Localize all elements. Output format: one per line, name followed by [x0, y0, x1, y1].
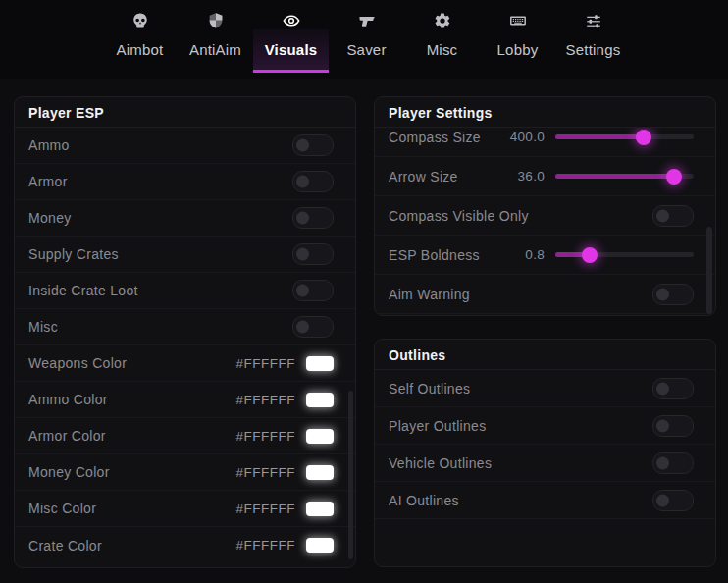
skull-icon — [131, 12, 149, 29]
row-supply-crates: Supply Crates — [15, 237, 355, 273]
toggle-switch[interactable] — [652, 378, 694, 399]
slider-knob[interactable] — [666, 169, 682, 185]
slider-track[interactable] — [555, 252, 694, 257]
slider-fill — [555, 134, 644, 139]
slider-control: 400.0 — [497, 130, 694, 144]
toggle-switch[interactable] — [652, 490, 694, 511]
toggle-knob — [296, 248, 309, 261]
row-label: ESP Boldness — [389, 247, 480, 263]
slider-value: 0.8 — [497, 247, 545, 262]
tab-label: Settings — [566, 41, 621, 58]
toggle-switch[interactable] — [292, 243, 334, 265]
slider-track[interactable] — [555, 134, 694, 139]
sliders-icon — [585, 12, 602, 29]
outlines-panel-title: Outlines — [375, 340, 715, 370]
toggle-switch[interactable] — [292, 207, 334, 229]
row-label: Money — [28, 210, 72, 226]
row-compass-visible-only: Compass Visible Only — [375, 196, 715, 236]
tab-settings[interactable]: Settings — [555, 0, 631, 73]
top-nav-bar: AimbotAntiAimVisualsSaverMiscLobbySettin… — [0, 0, 728, 79]
row-label: Arrow Size — [389, 169, 458, 185]
tab-label: AntiAim — [189, 41, 241, 58]
row-money-color: Money Color#FFFFFF — [15, 454, 355, 491]
player-esp-panel: Player ESP AmmoArmorMoneySupply CratesIn… — [14, 96, 356, 568]
row-self-outlines: Self Outlines — [375, 370, 715, 407]
slider-knob[interactable] — [582, 247, 598, 263]
row-misc-color: Misc Color#FFFFFF — [15, 491, 355, 527]
row-weapons-color: Weapons Color#FFFFFF — [15, 345, 355, 382]
color-swatch[interactable] — [306, 429, 334, 444]
row-ammo-color: Ammo Color#FFFFFF — [15, 382, 355, 418]
toggle-switch[interactable] — [292, 316, 334, 338]
toggle-knob — [296, 176, 309, 188]
slider-control: 36.0 — [497, 169, 694, 184]
color-control: #FFFFFF — [236, 393, 335, 407]
player-settings-panel: Player Settings Compass Size400.0Arrow S… — [374, 96, 716, 316]
toggle-switch[interactable] — [652, 415, 694, 437]
row-ammo: Ammo — [15, 128, 355, 164]
color-control: #FFFFFF — [236, 502, 335, 516]
row-label: Weapons Color — [28, 355, 127, 371]
color-hex-value: #FFFFFF — [236, 502, 296, 516]
row-inside-crate-loot: Inside Crate Loot — [15, 273, 355, 309]
slider-knob[interactable] — [636, 130, 651, 145]
color-hex-value: #FFFFFF — [236, 393, 296, 407]
color-hex-value: #FFFFFF — [236, 356, 296, 371]
eye-icon — [282, 12, 301, 29]
nav-tabs: AimbotAntiAimVisualsSaverMiscLobbySettin… — [102, 0, 631, 73]
slider-track[interactable] — [555, 174, 694, 179]
color-control: #FFFFFF — [236, 538, 335, 553]
toggle-knob — [656, 382, 669, 395]
row-vehicle-outlines: Vehicle Outlines — [375, 445, 715, 482]
slider-control: 0.8 — [497, 247, 694, 262]
tab-aimbot[interactable]: Aimbot — [102, 0, 178, 73]
toggle-switch[interactable] — [652, 284, 694, 305]
color-swatch[interactable] — [306, 465, 334, 480]
tab-visuals[interactable]: Visuals — [253, 0, 329, 73]
player-settings-rows: Compass Size400.0Arrow Size36.0Compass V… — [375, 128, 715, 314]
row-label: Compass Size — [389, 130, 481, 145]
row-label: Player Outlines — [389, 418, 486, 434]
row-label: AI Outlines — [389, 493, 459, 508]
gun-icon — [358, 12, 376, 29]
toggle-knob — [656, 456, 669, 469]
toggle-switch[interactable] — [292, 280, 334, 301]
tab-label: Lobby — [497, 41, 539, 58]
row-label: Supply Crates — [28, 246, 119, 262]
tab-label: Aimbot — [117, 41, 164, 58]
toggle-switch[interactable] — [652, 205, 694, 227]
slider-value: 400.0 — [497, 130, 545, 144]
row-label: Self Outlines — [389, 381, 470, 397]
keyboard-icon — [509, 12, 527, 29]
row-label: Crate Color — [28, 538, 102, 554]
player-esp-panel-title: Player ESP — [15, 97, 355, 128]
color-control: #FFFFFF — [236, 429, 335, 444]
row-label: Aim Warning — [389, 287, 470, 302]
toggle-switch[interactable] — [292, 134, 334, 156]
color-control: #FFFFFF — [236, 465, 335, 480]
row-misc: Misc — [15, 309, 355, 345]
tab-label: Saver — [346, 41, 386, 58]
tab-saver[interactable]: Saver — [329, 0, 404, 73]
color-hex-value: #FFFFFF — [236, 538, 296, 553]
row-player-outlines: Player Outlines — [375, 407, 715, 445]
row-crate-color: Crate Color#FFFFFF — [15, 527, 355, 563]
color-swatch[interactable] — [306, 538, 334, 553]
toggle-switch[interactable] — [292, 171, 334, 192]
scrollbar-thumb[interactable] — [348, 391, 353, 559]
tab-lobby[interactable]: Lobby — [480, 0, 555, 73]
toggle-switch[interactable] — [652, 452, 694, 474]
scrollbar-thumb[interactable] — [706, 227, 712, 314]
toggle-knob — [296, 139, 309, 152]
color-hex-value: #FFFFFF — [236, 429, 296, 444]
tab-misc[interactable]: Misc — [404, 0, 480, 73]
toggle-knob — [296, 321, 309, 334]
tab-antiaim[interactable]: AntiAim — [178, 0, 253, 73]
row-armor: Armor — [15, 164, 355, 200]
color-swatch[interactable] — [306, 502, 334, 516]
row-compass-size: Compass Size400.0 — [375, 128, 715, 157]
toggle-knob — [656, 209, 669, 222]
player-esp-rows: AmmoArmorMoneySupply CratesInside Crate … — [15, 128, 355, 563]
color-swatch[interactable] — [306, 356, 334, 371]
color-swatch[interactable] — [306, 393, 334, 407]
